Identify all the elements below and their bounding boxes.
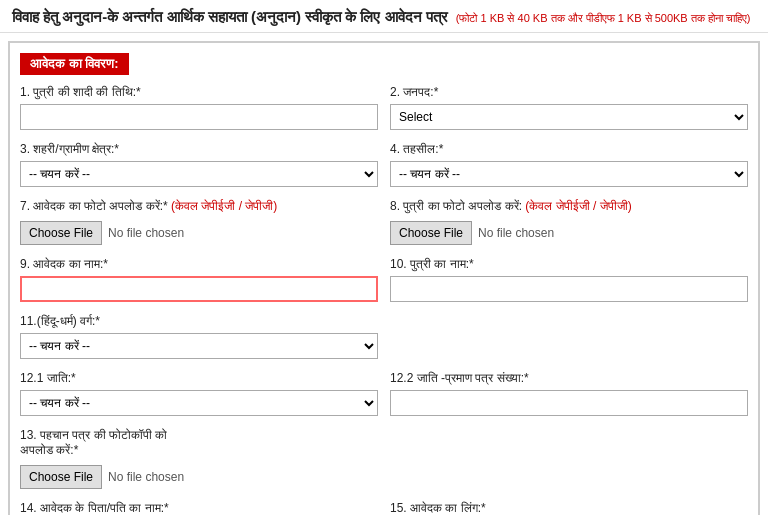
field-3: 3. शहरी/ग्रामीण क्षेत्र:* -- चयन करें -- xyxy=(20,142,378,187)
page-subtitle: (फोटो 1 KB से 40 KB तक और पीडीएफ 1 KB से… xyxy=(456,12,751,25)
row-3-4: 3. शहरी/ग्रामीण क्षेत्र:* -- चयन करें --… xyxy=(20,142,748,187)
field-12-2: 12.2 जाति -प्रमाण पत्र संख्या:* xyxy=(390,371,748,416)
field-10: 10. पुत्री का नाम:* xyxy=(390,257,748,302)
field-13-no-file: No file chosen xyxy=(108,470,184,484)
field-9: 9. आवेदक का नाम:* xyxy=(20,257,378,302)
field-11: 11.(हिंदू-धर्म) वर्ग:* -- चयन करें -- xyxy=(20,314,378,359)
field-1: 1. पुत्री की शादी की तिथि:* xyxy=(20,85,378,130)
field-8: 8. पुत्री का फोटो अपलोड करें: (केवल जेपी… xyxy=(390,199,748,245)
field-4-select[interactable]: -- चयन करें -- xyxy=(390,161,748,187)
field-4: 4. तहसील:* -- चयन करें -- xyxy=(390,142,748,187)
field-12-1-label: 12.1 जाति:* xyxy=(20,371,378,385)
row-13: 13. पहचान पत्र की फोटोकॉपी को अपलोड करें… xyxy=(20,428,748,489)
field-10-input[interactable] xyxy=(390,276,748,302)
field-7-no-file: No file chosen xyxy=(108,226,184,240)
field-14: 14. आवेदक के पिता/पति का नाम:* xyxy=(20,501,378,515)
field-7: 7. आवेदक का फोटो अपलोड करें:* (केवल जेपी… xyxy=(20,199,378,245)
page-title: विवाह हेतु अनुदान-के अन्तर्गत आर्थिक सहा… xyxy=(12,8,448,26)
field-13-label: 13. पहचान पत्र की फोटोकॉपी को अपलोड करें… xyxy=(20,428,378,459)
row-1-2: 1. पुत्री की शादी की तिथि:* 2. जनपद:* Se… xyxy=(20,85,748,130)
field-13: 13. पहचान पत्र की फोटोकॉपी को अपलोड करें… xyxy=(20,428,378,489)
field-13-upload: Choose File No file chosen xyxy=(20,465,378,489)
field-7-upload: Choose File No file chosen xyxy=(20,221,378,245)
field-8-upload: Choose File No file chosen xyxy=(390,221,748,245)
field-3-label: 3. शहरी/ग्रामीण क्षेत्र:* xyxy=(20,142,378,156)
field-15-label: 15. आवेदक का लिंग:* xyxy=(390,501,748,515)
field-3-select[interactable]: -- चयन करें -- xyxy=(20,161,378,187)
row-11: 11.(हिंदू-धर्म) वर्ग:* -- चयन करें -- xyxy=(20,314,748,359)
page-header: विवाह हेतु अनुदान-के अन्तर्गत आर्थिक सहा… xyxy=(0,0,768,33)
field-10-label: 10. पुत्री का नाम:* xyxy=(390,257,748,271)
row-14-15: 14. आवेदक के पिता/पति का नाम:* 15. आवेदक… xyxy=(20,501,748,515)
field-12-2-input[interactable] xyxy=(390,390,748,416)
field-2-select[interactable]: Select xyxy=(390,104,748,130)
field-empty-2 xyxy=(390,428,748,489)
field-7-choose-button[interactable]: Choose File xyxy=(20,221,102,245)
field-9-input[interactable] xyxy=(20,276,378,302)
field-7-label: 7. आवेदक का फोटो अपलोड करें:* (केवल जेपी… xyxy=(20,199,378,215)
field-1-label: 1. पुत्री की शादी की तिथि:* xyxy=(20,85,378,99)
field-8-label: 8. पुत्री का फोटो अपलोड करें: (केवल जेपी… xyxy=(390,199,748,215)
field-11-select[interactable]: -- चयन करें -- xyxy=(20,333,378,359)
field-14-label: 14. आवेदक के पिता/पति का नाम:* xyxy=(20,501,378,515)
field-1-input[interactable] xyxy=(20,104,378,130)
form-section: आवेदक का विवरण: 1. पुत्री की शादी की तिथ… xyxy=(8,41,760,515)
page-wrapper: विवाह हेतु अनुदान-के अन्तर्गत आर्थिक सहा… xyxy=(0,0,768,515)
section-heading: आवेदक का विवरण: xyxy=(20,53,129,75)
field-2-label: 2. जनपद:* xyxy=(390,85,748,99)
field-2: 2. जनपद:* Select xyxy=(390,85,748,130)
form-body: 1. पुत्री की शादी की तिथि:* 2. जनपद:* Se… xyxy=(20,85,748,515)
field-12-1-select[interactable]: -- चयन करें -- xyxy=(20,390,378,416)
field-13-choose-button[interactable]: Choose File xyxy=(20,465,102,489)
field-9-label: 9. आवेदक का नाम:* xyxy=(20,257,378,271)
field-12-2-label: 12.2 जाति -प्रमाण पत्र संख्या:* xyxy=(390,371,748,385)
row-7-8: 7. आवेदक का फोटो अपलोड करें:* (केवल जेपी… xyxy=(20,199,748,245)
field-8-no-file: No file chosen xyxy=(478,226,554,240)
field-12-1: 12.1 जाति:* -- चयन करें -- xyxy=(20,371,378,416)
field-8-choose-button[interactable]: Choose File xyxy=(390,221,472,245)
row-12: 12.1 जाति:* -- चयन करें -- 12.2 जाति -प्… xyxy=(20,371,748,416)
field-15: 15. आवेदक का लिंग:* -- चयन करें -- xyxy=(390,501,748,515)
field-empty-1 xyxy=(390,314,748,359)
field-11-label: 11.(हिंदू-धर्म) वर्ग:* xyxy=(20,314,378,328)
row-9-10: 9. आवेदक का नाम:* 10. पुत्री का नाम:* xyxy=(20,257,748,302)
field-4-label: 4. तहसील:* xyxy=(390,142,748,156)
